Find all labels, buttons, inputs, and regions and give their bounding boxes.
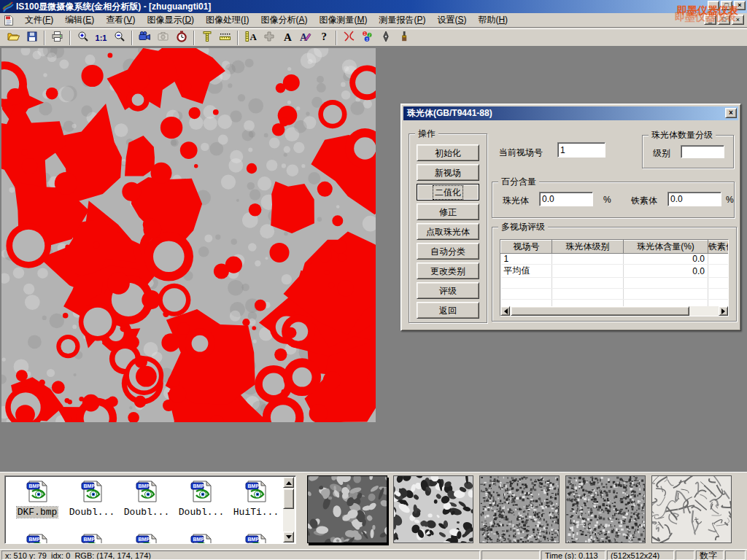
ruler-button[interactable] (216, 30, 234, 46)
ruler-icon (219, 31, 231, 44)
menu-item-3[interactable]: 查看(V) (100, 12, 141, 28)
op-button-4[interactable]: 修正 (417, 203, 479, 220)
level-input[interactable] (681, 145, 724, 158)
menu-item-10[interactable]: 帮助(H) (472, 12, 514, 28)
thumbnail-5[interactable] (651, 475, 732, 543)
camera-button[interactable] (154, 30, 172, 46)
file-item-row2-4[interactable]: BMP (175, 533, 228, 544)
pearlite-percent-input[interactable] (539, 192, 593, 206)
rating-row-2[interactable]: 平均值0.0 (501, 265, 729, 278)
table-hscrollbar[interactable] (500, 306, 728, 316)
mdi-minimize-button[interactable]: _ (704, 15, 716, 25)
rating-table[interactable]: 视场号珠光体级别珠光体含量(%)铁素体含量(%)10.0平均值0.0 (500, 239, 729, 316)
file-list-scrollbar[interactable] (283, 477, 295, 542)
file-item-row2-5[interactable]: BMP (230, 533, 282, 544)
measure-text-button[interactable]: A (241, 30, 260, 46)
image-size-status: (512x512x24) (607, 551, 674, 560)
ferrite-percent-input[interactable] (667, 192, 721, 206)
menu-item-1[interactable]: 文件(F) (19, 12, 59, 28)
help-button[interactable]: ? (314, 30, 333, 46)
move-cross-button[interactable] (260, 30, 278, 46)
file-scroll-down-button[interactable] (283, 532, 294, 542)
file-item-row2-3[interactable]: BMP (120, 533, 173, 544)
file-scroll-thumb[interactable] (283, 489, 294, 509)
rating-cell: 1 (501, 254, 552, 265)
op-button-3[interactable]: 二值化 (417, 184, 479, 201)
percent-group: 百分含量 珠光体 % 铁素体 % (492, 182, 735, 218)
video-camera-button[interactable] (136, 30, 154, 46)
text-button[interactable]: A (278, 30, 296, 46)
file-item-5[interactable]: BMPHuiTi... (230, 480, 282, 518)
rating-col-header-1[interactable]: 视场号 (501, 241, 552, 254)
pen-button[interactable] (376, 30, 395, 46)
op-button-2[interactable]: 新视场 (417, 164, 479, 181)
file-item-3[interactable]: BMPDoubl... (120, 480, 173, 518)
specimen-image[interactable] (1, 48, 376, 422)
scroll-left-button[interactable] (500, 306, 510, 316)
file-item-2[interactable]: BMPDoubl... (66, 480, 118, 518)
menu-item-7[interactable]: 图像测量(M) (313, 12, 373, 28)
bmp-file-icon: BMP (175, 480, 228, 505)
brush-button[interactable] (395, 30, 413, 46)
maximize-button[interactable]: □ (721, 1, 732, 10)
rating-row-1[interactable]: 10.0 (501, 254, 729, 265)
op-button-8[interactable]: 评级 (417, 282, 479, 299)
rating-col-header-3[interactable]: 珠光体含量(%) (624, 241, 708, 254)
bmp-file-icon: BMP (175, 533, 228, 544)
thumbnail-3[interactable] (479, 475, 560, 543)
actual-size-button[interactable]: 1:1 (92, 30, 110, 46)
file-item-row2-2[interactable]: BMP (66, 533, 118, 544)
op-button-6[interactable]: 自动分类 (417, 243, 479, 260)
op-button-7[interactable]: 更改类别 (417, 262, 479, 279)
rating-col-header-4[interactable]: 铁素体含量(%) (708, 241, 729, 254)
rating-cell (552, 254, 624, 265)
file-name: HuiTi... (233, 507, 279, 518)
dialog-close-button[interactable]: × (725, 108, 737, 118)
file-scroll-up-button[interactable] (283, 477, 294, 488)
print-button[interactable] (48, 30, 66, 46)
bottom-panel: BMPDKF.bmpBMPDoubl...BMPDoubl...BMPDoubl… (0, 472, 747, 549)
annotate-button[interactable]: A (296, 30, 314, 46)
zoom-in-button[interactable] (74, 30, 92, 46)
scroll-thumb[interactable] (511, 306, 689, 316)
mdi-restore-button[interactable]: □ (718, 15, 730, 25)
minimize-button[interactable]: _ (708, 1, 719, 10)
rating-row-4[interactable] (501, 289, 729, 300)
toolbar-separator (131, 31, 133, 45)
save-button[interactable] (23, 30, 41, 46)
open-button[interactable] (4, 30, 23, 46)
menu-item-5[interactable]: 图像处理(I) (200, 12, 255, 28)
svg-text:A: A (250, 31, 258, 42)
file-list[interactable]: BMPDKF.bmpBMPDoubl...BMPDoubl...BMPDoubl… (4, 475, 296, 544)
rating-row-3[interactable] (501, 278, 729, 289)
thumbnail-1[interactable] (307, 475, 387, 543)
rating-col-header-2[interactable]: 珠光体级别 (552, 241, 624, 254)
op-button-5[interactable]: 点取珠光体 (417, 223, 479, 240)
file-name: Doubl... (123, 507, 170, 518)
grading-group: 珠光体数量分级 级别 (642, 135, 734, 168)
thumbnail-4[interactable] (565, 475, 646, 543)
op-button-1[interactable]: 初始化 (417, 144, 479, 161)
menu-item-8[interactable]: 测量报告(P) (373, 12, 431, 28)
close-button[interactable]: × (734, 1, 746, 10)
file-item-1[interactable]: BMPDKF.bmp (11, 480, 63, 518)
file-item-4[interactable]: BMPDoubl... (175, 480, 228, 518)
mdi-close-button[interactable]: × (732, 15, 744, 25)
menu-item-6[interactable]: 图像分析(A) (255, 12, 313, 28)
menu-item-2[interactable]: 编辑(E) (59, 12, 100, 28)
op-button-9[interactable]: 返回 (417, 302, 479, 319)
current-field-input[interactable] (557, 142, 605, 158)
scroll-right-button[interactable] (719, 306, 728, 316)
zoom-out-button[interactable] (110, 30, 128, 46)
toolbar-separator (193, 31, 195, 45)
classify-button[interactable]: 123 (358, 30, 376, 46)
menu-item-9[interactable]: 设置(S) (431, 12, 472, 28)
file-item-row2-1[interactable]: BMP (11, 533, 63, 544)
window-titlebar[interactable]: IS100显微摄像系统(金相分析版) - [zhuguangti01] _ □ … (0, 0, 747, 13)
dialog-titlebar[interactable]: 珠光体(GB/T9441-88) × (403, 106, 738, 120)
thumbnail-2[interactable] (393, 475, 473, 543)
menu-item-4[interactable]: 图像显示(D) (141, 12, 200, 28)
caliper-button[interactable] (198, 30, 216, 46)
curve-button[interactable] (340, 30, 358, 46)
timer-button[interactable] (172, 30, 190, 46)
